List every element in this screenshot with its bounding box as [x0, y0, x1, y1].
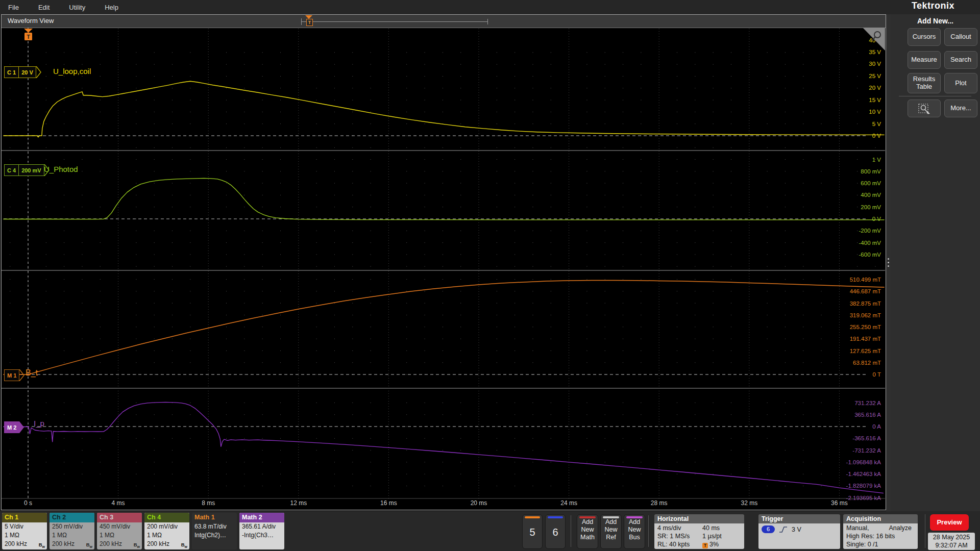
channel-badge-math2[interactable]: Math 2365.61 A/div-Intg(Ch3… [239, 513, 284, 549]
y-axis-label-m2: -2.193695 kA [846, 495, 881, 501]
add-new-math-button[interactable]: AddNewMath [577, 514, 598, 549]
y-axis-label-ch1: 0 V [872, 133, 881, 139]
group-5-label: 5 [523, 527, 542, 538]
y-axis-label-ch4: 600 mV [861, 180, 881, 186]
trigger-panel[interactable]: Trigger 6 3 V [758, 514, 840, 549]
channel-badge-ch3[interactable]: Ch 3450 mV/div1 MΩ200 kHzBw [97, 513, 142, 549]
channel-badge-ch4[interactable]: Ch 4200 mV/div1 MΩ200 kHzBw [144, 513, 189, 549]
x-axis-label: 16 ms [380, 499, 397, 507]
horizontal-panel-title: Horizontal [654, 514, 744, 523]
y-axis-label-m2: -1.828079 kA [846, 483, 881, 489]
menu-item-file[interactable]: File [8, 4, 19, 11]
waveform-view-header: Waveform View T [2, 15, 886, 28]
y-axis-label-ch1: 25 V [869, 73, 881, 79]
channel-badge-ch2[interactable]: Ch 2250 mV/div1 MΩ200 kHzBw [50, 513, 94, 549]
channel-badge-c4[interactable]: C 4 200 mV [4, 164, 50, 176]
trigger-source-pill: 6 [762, 525, 775, 533]
cursors-button[interactable]: Cursors [908, 28, 941, 46]
channel-badge-ch1-line1: 5 V/div [2, 522, 47, 531]
y-axis-label-ch1: 10 V [869, 109, 881, 115]
group-5-accent [525, 516, 540, 518]
y-axis-label-m1: 63.812 mT [853, 360, 881, 366]
bandwidth-limit-icon: Bw [134, 540, 140, 549]
add-new-title: Add New... [891, 17, 980, 25]
y-axis-label-ch1: 15 V [869, 97, 881, 103]
y-axis-label-ch1: 5 V [872, 121, 881, 127]
add-new-ref-button[interactable]: AddNewRef [600, 514, 622, 549]
bandwidth-limit-icon: Bw [181, 540, 187, 549]
menu-item-edit[interactable]: Edit [38, 4, 50, 11]
x-axis-label: 24 ms [560, 499, 577, 507]
channel-badge-c1-name: C 1 [4, 66, 18, 78]
x-axis-label: 20 ms [471, 499, 487, 507]
channel-badge-c4-scale: 200 mV [18, 164, 44, 176]
y-axis-label-m2: 0 A [872, 423, 881, 430]
add-new-bus-button[interactable]: AddNewBus [624, 514, 645, 549]
channel-badge-ch4-line3: 200 kHzBw [144, 540, 189, 548]
y-axis-label-m2: 365.616 A [854, 412, 881, 418]
y-axis-label-m1: 127.625 mT [850, 348, 881, 354]
bottom-bar: Ch 15 V/div1 MΩ200 kHzBwCh 2250 mV/div1 … [0, 511, 980, 551]
y-axis-label-ch4: -600 mV [859, 252, 881, 258]
math-badge-m1[interactable]: M 1 [4, 369, 25, 381]
y-axis-label-m2: -1.096848 kA [846, 459, 881, 465]
results-table-button[interactable]: Results Table [908, 73, 941, 93]
channel-badge-math1-line1: 63.8 mT/div [192, 522, 237, 531]
channel-badge-ch3-name: Ch 3 [97, 513, 142, 522]
y-axis-label-m1: 255.250 mT [850, 324, 881, 330]
waveform-ch4 [3, 178, 884, 220]
bandwidth-limit-icon: Bw [86, 540, 92, 549]
badge-arrow-icon [19, 421, 25, 433]
channel-badge-ch4-line1: 200 mV/div [144, 522, 189, 531]
channel-badge-c1-scale: 20 V [18, 66, 36, 78]
plot-button[interactable]: Plot [944, 73, 977, 93]
channel-badge-math1-name: Math 1 [192, 513, 237, 522]
channel-badge-ch1-name: Ch 1 [2, 513, 47, 522]
y-axis-label-m1: 0 T [873, 371, 881, 378]
bottom-separator [925, 514, 925, 548]
x-axis-label: 28 ms [651, 499, 668, 507]
waveform-ch1 [3, 81, 884, 137]
y-axis-label-ch1: 35 V [869, 49, 881, 55]
indicator-line [301, 21, 488, 22]
tektronix-logo: Tektronix [889, 1, 977, 14]
math-badge-m2-name: M 2 [4, 421, 19, 433]
menu-item-utility[interactable]: Utility [69, 4, 85, 11]
measure-button[interactable]: Measure [908, 51, 941, 69]
menu-item-help[interactable]: Help [105, 4, 118, 11]
channel-badge-math1[interactable]: Math 163.8 mT/divIntg(Ch2)… [192, 513, 237, 549]
zoom-select-button[interactable] [908, 99, 941, 117]
callout-button[interactable]: Callout [944, 28, 977, 46]
rising-edge-icon [779, 526, 788, 533]
trigger-flag[interactable]: T [24, 29, 33, 40]
channel-badge-ch4-name: Ch 4 [144, 513, 189, 522]
zoom-corner-button[interactable] [863, 28, 885, 51]
group-button-5[interactable]: 5 [522, 514, 543, 549]
preview-button[interactable]: Preview [930, 514, 969, 531]
channel-badge-c1[interactable]: C 1 20 V [4, 66, 42, 78]
x-axis-label: 8 ms [202, 499, 215, 507]
add-new-label: Add [601, 518, 621, 526]
channel-badge-ch3-line1: 450 mV/div [97, 522, 142, 531]
acquisition-panel[interactable]: Acquisition Manual,Analyze High Res: 16 … [843, 514, 918, 549]
x-axis-label: 32 ms [741, 499, 757, 507]
math-badge-m2[interactable]: M 2 [4, 421, 25, 433]
group-6-label: 6 [546, 527, 565, 538]
trigger-position-icon[interactable]: T [306, 19, 313, 26]
y-axis-label-m1: 510.499 mT [850, 277, 881, 283]
group-button-6[interactable]: 6 [545, 514, 566, 549]
bandwidth-limit-icon: Bw [39, 540, 45, 549]
horizontal-position-indicator[interactable]: T [298, 17, 488, 26]
channel-badge-ch1[interactable]: Ch 15 V/div1 MΩ200 kHzBw [2, 513, 47, 549]
more-button[interactable]: More... [944, 99, 977, 117]
horizontal-panel[interactable]: Horizontal 4 ms/div40 ms SR: 1 MS/s1 µs/… [654, 514, 744, 549]
panel-resize-handle[interactable] [888, 258, 889, 269]
add-new-label: Ref [601, 534, 621, 541]
acquisition-panel-title: Acquisition [843, 514, 918, 523]
y-axis-label-ch4: 1 V [872, 157, 881, 163]
search-button[interactable]: Search [944, 51, 977, 69]
date-text: 28 May 2025 [928, 533, 975, 541]
y-axis-label-m1: 382.875 mT [850, 300, 881, 307]
channel-badge-ch3-line3: 200 kHzBw [97, 540, 142, 548]
y-axis-label-ch1: 30 V [869, 61, 881, 67]
